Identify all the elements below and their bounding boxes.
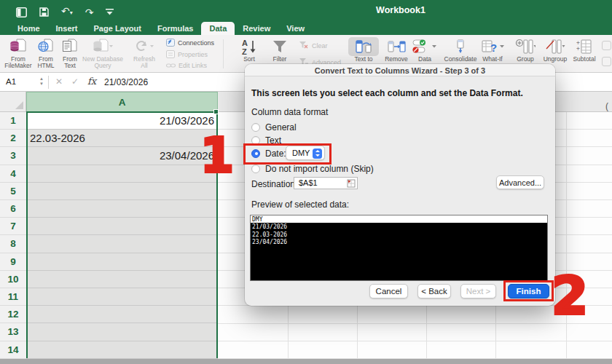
cell-a6[interactable] [26, 200, 218, 218]
text-to-columns-button[interactable]: Text to [348, 37, 379, 63]
tab-formulas[interactable]: Formulas [149, 22, 202, 35]
preview-row: 23/04/2026 [251, 239, 547, 247]
advanced-button[interactable]: Advanced... [496, 175, 544, 189]
app-window-icon[interactable] [16, 7, 27, 17]
tab-home[interactable]: Home [9, 22, 48, 35]
row-header[interactable]: 7 [0, 218, 26, 235]
annotation-box-finish-button [503, 280, 554, 301]
from-text-button[interactable]: From Text [58, 37, 82, 69]
cell-a9[interactable] [26, 253, 218, 271]
remove-duplicates-button[interactable]: Remove [382, 37, 411, 63]
refresh-all-icon [128, 37, 160, 56]
destination-input[interactable]: $A$1 [294, 177, 358, 189]
sort-label: Sort [243, 55, 255, 63]
radio-skip[interactable]: Do not import column (Skip) [251, 163, 374, 174]
tab-review[interactable]: Review [235, 22, 278, 35]
group-icon [511, 37, 539, 56]
name-box-stepper[interactable]: ▲▼ [39, 76, 44, 86]
bottom-scroll-strip[interactable] [0, 359, 612, 364]
from-html-label-2: HTML [37, 62, 54, 69]
what-if-analysis-button[interactable]: ? What-If [476, 37, 509, 63]
connections-label: Connections [178, 39, 214, 47]
row-header[interactable]: 12 [0, 306, 26, 323]
cell-a4[interactable] [26, 165, 218, 183]
data-validation-button[interactable]: Data [408, 37, 442, 63]
row-header[interactable]: 14 [0, 341, 26, 359]
subtotal-button[interactable]: ++ Subtotal [570, 37, 599, 63]
filter-button[interactable]: Filter [267, 37, 293, 63]
selection-fill-handle[interactable] [213, 109, 219, 114]
radio-general[interactable]: General [251, 122, 297, 132]
group-button[interactable]: Group [511, 37, 539, 63]
preview-box[interactable]: DMY 21/03/2026 22.03-2026 23/04/2026 [250, 215, 548, 281]
from-filemaker-button[interactable]: From FileMaker [1, 37, 35, 69]
column-header-a[interactable]: A [26, 92, 218, 112]
text-to-columns-icon [348, 37, 379, 56]
cancel-entry-icon[interactable]: ✕ [55, 76, 63, 87]
preview-row: 21/03/2026 [251, 223, 547, 232]
row-header[interactable]: 10 [0, 271, 26, 288]
remove-duplicates-label: Remove [385, 55, 408, 63]
cell-a3[interactable]: 23/04/2026 [26, 147, 218, 165]
cell-a12[interactable] [26, 306, 218, 323]
row-header[interactable]: 13 [0, 323, 26, 341]
confirm-entry-icon[interactable]: ✓ [71, 76, 79, 87]
remove-duplicates-icon [382, 37, 411, 56]
range-picker-icon[interactable] [347, 179, 356, 188]
cell-a2[interactable]: 22.03-2026 [26, 130, 218, 147]
ungroup-icon [541, 37, 570, 56]
quick-access-toolbar: ↶▾ ↷ [16, 5, 114, 19]
title-bar: ↶▾ ↷ Workbook1 [0, 0, 612, 22]
tab-page-layout[interactable]: Page Layout [86, 22, 149, 35]
row-header[interactable]: 3 [0, 147, 26, 165]
tab-insert[interactable]: Insert [48, 22, 86, 35]
cell-a8[interactable] [26, 235, 218, 253]
row-header[interactable]: 4 [0, 165, 26, 183]
column-a-cells: 21/03/2026 22.03-2026 23/04/2026 [26, 112, 218, 359]
connections-icon [166, 39, 175, 47]
select-all-corner[interactable] [0, 92, 26, 112]
cell-a5[interactable] [26, 183, 218, 200]
formula-input[interactable]: 21/03/2026 [104, 77, 148, 87]
ribbon-tab-bar: Home Insert Page Layout Formulas Data Re… [0, 22, 612, 35]
name-box[interactable]: A1 [6, 77, 16, 86]
cell-a10[interactable] [26, 271, 218, 288]
row-header[interactable]: 5 [0, 183, 26, 200]
undo-icon[interactable]: ↶▾ [61, 5, 73, 19]
cell-a1[interactable]: 21/03/2026 [26, 112, 218, 130]
row-header[interactable]: 11 [0, 288, 26, 306]
ungroup-button[interactable]: Ungroup [541, 37, 570, 63]
cell-a11[interactable] [26, 288, 218, 306]
next-button: Next > [460, 284, 496, 298]
excel-window: ↶▾ ↷ Workbook1 Home Insert Page Layout F… [0, 0, 612, 364]
consolidate-button[interactable]: Consolidate [443, 37, 478, 63]
row-header[interactable]: 9 [0, 253, 26, 271]
cancel-button[interactable]: Cancel [369, 284, 408, 298]
customize-toolbar-icon[interactable] [106, 9, 114, 15]
tab-view[interactable]: View [278, 22, 313, 35]
save-icon[interactable] [39, 7, 49, 17]
row-header[interactable]: 1 [0, 112, 26, 130]
row-header[interactable]: 2 [0, 130, 26, 147]
cell-a14[interactable] [26, 341, 218, 359]
sort-button[interactable]: AZ Sort [236, 37, 262, 63]
cell-a13[interactable] [26, 323, 218, 341]
properties-label: Properties [178, 51, 208, 58]
svg-text:+: + [576, 45, 580, 52]
from-filemaker-icon [1, 37, 35, 56]
from-text-icon [58, 37, 82, 56]
radio-general-circle[interactable] [251, 123, 260, 132]
connections-button[interactable]: Connections [166, 39, 214, 47]
insert-function-icon[interactable]: fx [87, 76, 96, 87]
cell-a7[interactable] [26, 218, 218, 235]
row-header[interactable]: 8 [0, 235, 26, 253]
new-database-query-icon [80, 37, 125, 56]
properties-button: Properties [166, 50, 208, 58]
radio-skip-label: Do not import column (Skip) [265, 164, 374, 174]
radio-skip-circle[interactable] [251, 165, 260, 173]
redo-icon[interactable]: ↷ [85, 7, 94, 18]
back-button[interactable]: < Back [417, 284, 451, 298]
tab-data[interactable]: Data [201, 22, 235, 35]
from-html-button[interactable]: From HTML [34, 37, 58, 69]
row-header[interactable]: 6 [0, 200, 26, 218]
